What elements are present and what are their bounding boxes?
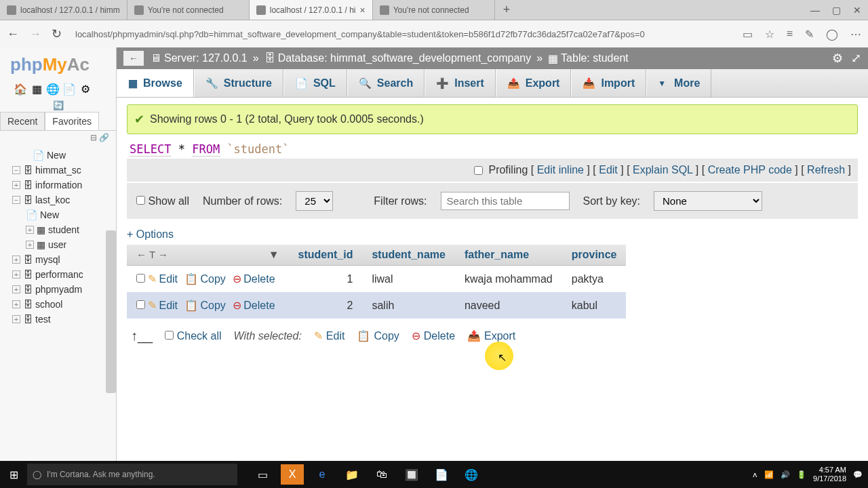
notifications-icon[interactable]: 💬	[853, 470, 863, 479]
edit-inline-link[interactable]: Edit inline	[537, 164, 584, 176]
tree-db[interactable]: + 🗄 phpmyadm	[5, 282, 116, 297]
tab-browse[interactable]: ▦Browse	[117, 69, 194, 97]
collapse-icon[interactable]: ⤢	[851, 51, 861, 66]
scrollbar[interactable]	[106, 230, 116, 393]
start-button[interactable]: ⊞	[0, 468, 27, 481]
close-icon[interactable]: ×	[360, 5, 366, 16]
tray-up-icon[interactable]: ʌ	[753, 470, 757, 479]
xampp-icon[interactable]: X	[281, 464, 304, 485]
edit-row-link[interactable]: ✎Edit	[148, 299, 178, 312]
browser-tab[interactable]: You're not connected	[373, 0, 495, 20]
forward-button[interactable]: →	[29, 27, 41, 41]
collapse-icon[interactable]: ⊟	[90, 133, 97, 142]
edit-row-link[interactable]: ✎Edit	[148, 272, 178, 285]
tree-db[interactable]: + 🗄 performanc	[5, 267, 116, 282]
reload-icon[interactable]: 🔄	[53, 100, 64, 110]
sort-select[interactable]: None	[654, 191, 762, 211]
col-header[interactable]: father_name	[455, 245, 562, 266]
reading-icon[interactable]: ▭	[743, 28, 753, 41]
tree-new[interactable]: 📄 New	[5, 207, 116, 222]
back-button[interactable]: ←	[7, 27, 19, 41]
breadcrumb-table[interactable]: Table: student	[561, 52, 629, 64]
status-icon[interactable]: 🌐	[46, 82, 60, 96]
close-window-button[interactable]: ✕	[853, 5, 861, 16]
bulk-export-link[interactable]: 📤Export	[467, 329, 515, 342]
breadcrumb-database[interactable]: Database: himmat_software_development_co…	[278, 52, 532, 64]
favorites-tab[interactable]: Favorites	[45, 112, 99, 130]
network-icon[interactable]: 📶	[764, 470, 774, 479]
tree-db[interactable]: − 🗄 last_koc	[5, 192, 116, 207]
tab-more[interactable]: ▼More	[646, 69, 711, 97]
tree-db[interactable]: + 🗄 school	[5, 297, 116, 312]
app-icon[interactable]: 🔲	[400, 464, 423, 485]
create-php-link[interactable]: Create PHP code	[708, 164, 792, 176]
show-all-checkbox[interactable]	[136, 196, 145, 205]
tree-db[interactable]: + 🗄 information	[5, 178, 116, 192]
bulk-copy-link[interactable]: 📋Copy	[357, 329, 399, 342]
check-all-checkbox[interactable]	[165, 331, 174, 340]
breadcrumb-server[interactable]: Server: 127.0.0.1	[164, 52, 248, 64]
battery-icon[interactable]: 🔋	[797, 470, 806, 479]
share-icon[interactable]: ◯	[826, 28, 838, 41]
sql-icon[interactable]: ▦	[30, 82, 43, 96]
settings-icon[interactable]: ⚙	[79, 82, 92, 96]
tree-table[interactable]: + ▦ user	[5, 237, 116, 252]
tree-db[interactable]: + 🗄 mysql	[5, 252, 116, 267]
options-link[interactable]: + Options	[127, 228, 174, 240]
check-all-link[interactable]: Check all	[177, 330, 222, 342]
edge-icon[interactable]: e	[311, 464, 334, 485]
nav-back-icon[interactable]: ←	[123, 51, 144, 66]
chrome-icon[interactable]: 🌐	[460, 464, 483, 485]
edit-link[interactable]: Edit	[599, 164, 618, 176]
row-checkbox[interactable]	[136, 300, 145, 309]
notes-icon[interactable]: ✎	[805, 28, 814, 41]
delete-row-link[interactable]: ⊖Delete	[233, 299, 275, 312]
tab-import[interactable]: 📥Import	[571, 69, 646, 97]
browser-tab[interactable]: You're not connected	[127, 0, 250, 20]
link-icon[interactable]: 🔗	[99, 133, 109, 142]
browser-tab[interactable]: localhost / 127.0.0.1 / hi×	[250, 0, 373, 20]
tree-db[interactable]: − 🗄 himmat_sc	[5, 163, 116, 178]
minimize-button[interactable]: —	[810, 5, 820, 16]
browser-tab[interactable]: localhost / 127.0.0.1 / himm	[0, 0, 127, 20]
delete-row-link[interactable]: ⊖Delete	[233, 272, 275, 285]
recent-tab[interactable]: Recent	[0, 112, 45, 130]
profiling-checkbox[interactable]	[474, 166, 483, 175]
refresh-button[interactable]: ↻	[52, 26, 62, 41]
col-header[interactable]: student_name	[362, 245, 454, 266]
clock[interactable]: 4:57 AM 9/17/2018	[813, 466, 846, 483]
refresh-link[interactable]: Refresh	[807, 164, 845, 176]
url-field[interactable]: localhost/phpmyadmin/sql.php?db=himmat_s…	[72, 26, 732, 43]
bulk-edit-link[interactable]: ✎Edit	[314, 329, 345, 342]
col-header[interactable]: student_id	[289, 245, 363, 266]
tree-db[interactable]: + 🗄 test	[5, 312, 116, 327]
copy-row-link[interactable]: 📋Copy	[184, 299, 225, 312]
show-all-label[interactable]: Show all	[136, 195, 189, 207]
num-rows-select[interactable]: 25	[296, 191, 333, 211]
tree-new[interactable]: 📄 New	[5, 148, 116, 163]
favorite-icon[interactable]: ☆	[765, 28, 774, 41]
row-checkbox[interactable]	[136, 274, 145, 283]
tab-insert[interactable]: ➕Insert	[425, 69, 496, 97]
bulk-delete-link[interactable]: ⊖Delete	[412, 329, 455, 342]
tab-search[interactable]: 🔍Search	[347, 69, 425, 97]
volume-icon[interactable]: 🔊	[781, 470, 790, 479]
tab-export[interactable]: 📤Export	[496, 69, 572, 97]
tree-table[interactable]: + ▦ student	[5, 222, 116, 237]
tab-sql[interactable]: 📄SQL	[283, 69, 347, 97]
new-tab-button[interactable]: +	[495, 3, 519, 17]
settings-icon[interactable]: ⚙	[832, 51, 843, 66]
filter-input[interactable]	[441, 192, 570, 210]
maximize-button[interactable]: ▢	[832, 5, 841, 16]
cortana-search[interactable]: ◯ I'm Cortana. Ask me anything.	[27, 464, 237, 485]
home-icon[interactable]: 🏠	[14, 82, 27, 96]
word-icon[interactable]: 📄	[430, 464, 453, 485]
col-header[interactable]: province	[562, 245, 627, 266]
store-icon[interactable]: 🛍	[370, 464, 393, 485]
check-all-label[interactable]: Check all	[165, 330, 221, 342]
explain-link[interactable]: Explain SQL	[633, 164, 692, 176]
taskview-icon[interactable]: ▭	[251, 464, 274, 485]
hub-icon[interactable]: ≡	[787, 28, 793, 41]
copy-row-link[interactable]: 📋Copy	[184, 272, 225, 285]
docs-icon[interactable]: 📄	[62, 82, 76, 96]
